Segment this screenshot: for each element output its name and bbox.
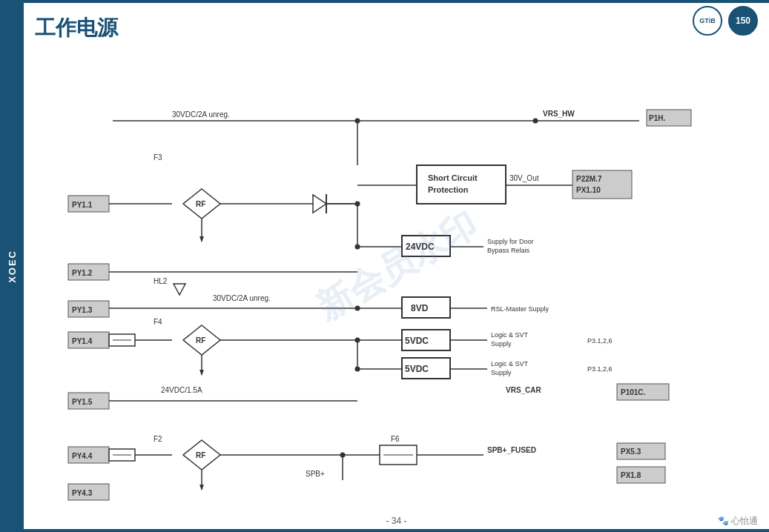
svg-text:RF: RF bbox=[196, 336, 205, 345]
rsl-master-label: RSL-Master Supply bbox=[491, 305, 549, 313]
brand-icon: 🐾 bbox=[718, 516, 729, 526]
page-title: 工作电源 bbox=[35, 14, 118, 42]
short-circuit-title: Short Circuit bbox=[428, 173, 478, 182]
v8vd-label: 8VD bbox=[411, 303, 429, 313]
bottom-brand: 🐾 心怡通 bbox=[718, 515, 758, 528]
spb-plus-label: SPB+ bbox=[306, 470, 325, 478]
svg-marker-17 bbox=[313, 195, 326, 213]
logo-gtib: GTiB bbox=[693, 6, 722, 36]
voltage-24-label: 24VDC/1.5A bbox=[161, 386, 202, 394]
py4-4-label: PY4.4 bbox=[72, 452, 93, 460]
circuit-diagram: 30VDC/2A unreg. VRS_HW P1H. Short Circui… bbox=[24, 50, 769, 502]
voltage-label-top: 30VDC/2A unreg. bbox=[172, 110, 230, 119]
py1-3-label: PY1.3 bbox=[72, 306, 93, 314]
main-content: 工作电源 GTiB 150 30VDC/2A unreg. bbox=[24, 0, 769, 532]
px110-label: PX1.10 bbox=[576, 186, 601, 194]
bottom-bar bbox=[24, 529, 769, 532]
sidebar: XOEC bbox=[0, 0, 24, 532]
v5vdc2-label: 5VDC bbox=[405, 364, 429, 374]
v5vdc1-label: 5VDC bbox=[405, 336, 429, 346]
logic-svt1-label1: Logic & SVT bbox=[491, 331, 529, 339]
top-bar bbox=[24, 0, 769, 3]
logic-svt2-label1: Logic & SVT bbox=[491, 360, 529, 368]
p101c-label: P101C. bbox=[621, 388, 646, 396]
brand-name: 心怡通 bbox=[731, 516, 758, 526]
f6-label: F6 bbox=[391, 435, 400, 443]
sidebar-label: XOEC bbox=[7, 250, 18, 283]
logic-svt1-label2: Supply bbox=[491, 340, 512, 348]
diagram-area: 30VDC/2A unreg. VRS_HW P1H. Short Circui… bbox=[24, 50, 769, 510]
f2-label: F2 bbox=[154, 435, 162, 443]
v30-out-label: 30V_Out bbox=[509, 174, 539, 182]
logo-150: 150 bbox=[728, 6, 758, 36]
spb-fused-label: SPB+_FUSED bbox=[487, 446, 536, 454]
short-circuit-protection: Protection bbox=[428, 185, 469, 194]
supply-door-label1: Supply for Door bbox=[487, 238, 534, 245]
svg-rect-8 bbox=[417, 165, 506, 204]
px1-8-label: PX1.8 bbox=[621, 471, 641, 479]
py1-2-label: PY1.2 bbox=[72, 269, 93, 277]
p3-1-2-6-2-label: P3.1,2,6 bbox=[587, 365, 613, 373]
header: 工作电源 bbox=[24, 6, 769, 50]
f4-label: F4 bbox=[154, 318, 162, 326]
logic-svt2-label2: Supply bbox=[491, 369, 512, 376]
svg-text:RF: RF bbox=[196, 451, 205, 459]
hl2-label: HL2 bbox=[154, 277, 168, 285]
voltage-label-2: 30VDC/2A unreg. bbox=[213, 294, 271, 302]
page-number: - 34 - bbox=[386, 516, 406, 526]
supply-door-label2: Bypass Relais bbox=[487, 247, 530, 254]
vrs-car-label: VRS_CAR bbox=[506, 386, 542, 394]
py1-5-label: PY1.5 bbox=[72, 398, 93, 406]
py1-1-label: PY1.1 bbox=[72, 201, 93, 209]
p1h-label: P1H. bbox=[649, 114, 665, 122]
py1-4-label: PY1.4 bbox=[72, 337, 93, 345]
py4-3-label: PY4.3 bbox=[72, 489, 93, 497]
svg-text:RF: RF bbox=[196, 200, 205, 208]
vrs-hw-label: VRS_HW bbox=[543, 110, 575, 118]
p3-1-2-6-1-label: P3.1,2,6 bbox=[587, 337, 613, 345]
f3-label: F3 bbox=[154, 153, 162, 162]
px5-3-label: PX5.3 bbox=[621, 448, 641, 456]
svg-marker-28 bbox=[174, 284, 185, 295]
v24vdc-label: 24VDC bbox=[406, 242, 435, 252]
logo-area: GTiB 150 bbox=[693, 6, 758, 36]
p22m7-label: P22M.7 bbox=[576, 175, 602, 183]
